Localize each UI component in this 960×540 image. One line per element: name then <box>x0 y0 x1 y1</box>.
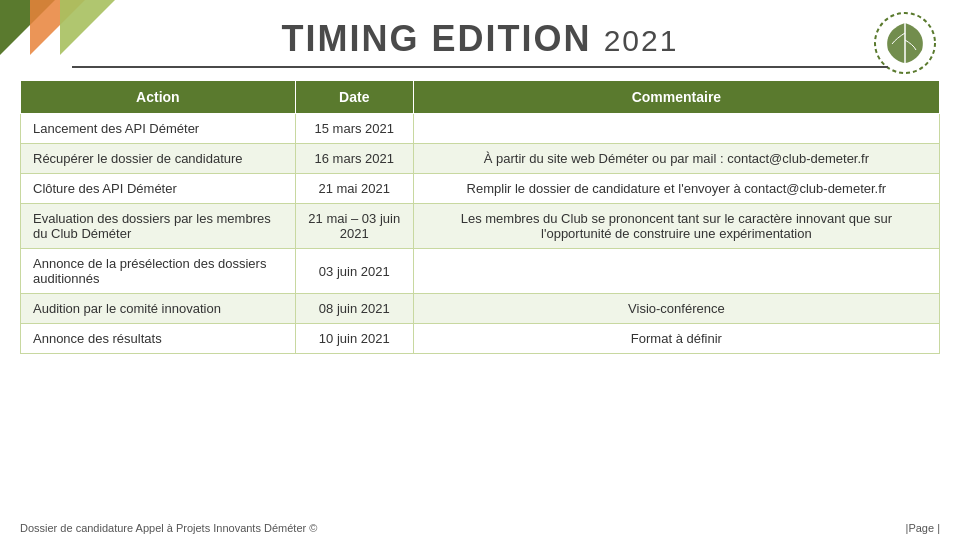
cell-date: 03 juin 2021 <box>295 249 413 294</box>
cell-commentaire: Les membres du Club se prononcent tant s… <box>413 204 939 249</box>
header-divider <box>72 66 888 68</box>
table-header-row: Action Date Commentaire <box>21 81 940 114</box>
cell-date: 10 juin 2021 <box>295 324 413 354</box>
cell-action: Clôture des API Déméter <box>21 174 296 204</box>
page-title: TIMING EDITION 2021 <box>0 18 960 60</box>
title-text: TIMING EDITION <box>282 18 592 59</box>
cell-date: 08 juin 2021 <box>295 294 413 324</box>
table-row: Annonce des résultats10 juin 2021Format … <box>21 324 940 354</box>
cell-commentaire <box>413 114 939 144</box>
cell-action: Lancement des API Déméter <box>21 114 296 144</box>
cell-commentaire <box>413 249 939 294</box>
cell-date: 15 mars 2021 <box>295 114 413 144</box>
footer-left: Dossier de candidature Appel à Projets I… <box>20 522 317 534</box>
table-row: Annonce de la présélection des dossiers … <box>21 249 940 294</box>
page-footer: Dossier de candidature Appel à Projets I… <box>20 522 940 534</box>
cell-commentaire: Visio-conférence <box>413 294 939 324</box>
timing-table-container: Action Date Commentaire Lancement des AP… <box>0 76 960 354</box>
cell-date: 21 mai – 03 juin 2021 <box>295 204 413 249</box>
cell-date: 21 mai 2021 <box>295 174 413 204</box>
table-row: Evaluation des dossiers par les membres … <box>21 204 940 249</box>
col-commentaire: Commentaire <box>413 81 939 114</box>
title-year: 2021 <box>604 24 679 57</box>
cell-action: Evaluation des dossiers par les membres … <box>21 204 296 249</box>
cell-commentaire: À partir du site web Déméter ou par mail… <box>413 144 939 174</box>
col-date: Date <box>295 81 413 114</box>
table-row: Clôture des API Déméter21 mai 2021Rempli… <box>21 174 940 204</box>
cell-action: Audition par le comité innovation <box>21 294 296 324</box>
table-body: Lancement des API Déméter15 mars 2021Réc… <box>21 114 940 354</box>
page-header: TIMING EDITION 2021 <box>0 0 960 76</box>
timing-table: Action Date Commentaire Lancement des AP… <box>20 80 940 354</box>
cell-commentaire: Remplir le dossier de candidature et l'e… <box>413 174 939 204</box>
cell-action: Annonce des résultats <box>21 324 296 354</box>
cell-action: Annonce de la présélection des dossiers … <box>21 249 296 294</box>
table-row: Récupérer le dossier de candidature16 ma… <box>21 144 940 174</box>
cell-commentaire: Format à définir <box>413 324 939 354</box>
table-row: Lancement des API Déméter15 mars 2021 <box>21 114 940 144</box>
cell-date: 16 mars 2021 <box>295 144 413 174</box>
cell-action: Récupérer le dossier de candidature <box>21 144 296 174</box>
table-row: Audition par le comité innovation08 juin… <box>21 294 940 324</box>
footer-right: |Page | <box>906 522 940 534</box>
